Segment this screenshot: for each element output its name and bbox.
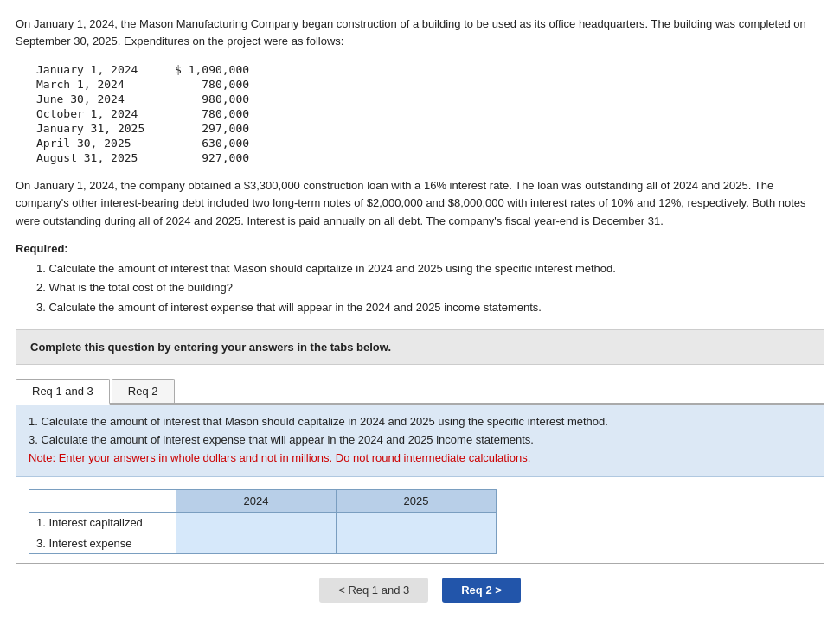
input-2024-0[interactable] bbox=[180, 514, 332, 531]
expenditure-row: January 31, 2025297,000 bbox=[36, 121, 256, 136]
expenditure-row: January 1, 2024$ 1,090,000 bbox=[36, 62, 256, 77]
complete-box: Complete this question by entering your … bbox=[16, 329, 824, 365]
input-2024-1[interactable] bbox=[180, 535, 332, 552]
answer-row: 1. Interest capitalized bbox=[29, 512, 497, 533]
tab-req1and3[interactable]: Req 1 and 3 bbox=[16, 379, 110, 405]
next-button[interactable]: Req 2 > bbox=[442, 578, 521, 603]
expenditure-date: June 30, 2024 bbox=[36, 92, 175, 106]
expenditure-date: January 31, 2025 bbox=[36, 121, 175, 136]
expenditure-date: August 31, 2025 bbox=[36, 150, 175, 165]
expenditure-amount: 980,000 bbox=[175, 92, 256, 106]
expenditure-amount: 297,000 bbox=[175, 121, 256, 136]
expenditure-date: January 1, 2024 bbox=[36, 62, 175, 77]
answer-input-2025-0[interactable] bbox=[337, 512, 497, 533]
expenditure-row: April 30, 2025630,000 bbox=[36, 136, 256, 150]
answer-row-label: 1. Interest capitalized bbox=[29, 512, 176, 533]
expenditure-amount: 927,000 bbox=[175, 150, 256, 165]
answer-input-2024-0[interactable] bbox=[176, 512, 337, 533]
input-2025-0[interactable] bbox=[340, 514, 492, 531]
intro-paragraph: On January 1, 2024, the Mason Manufactur… bbox=[16, 16, 824, 50]
expenditure-amount: 780,000 bbox=[175, 106, 256, 121]
expenditure-date: April 30, 2025 bbox=[36, 136, 175, 150]
tab-content-area: 1. Calculate the amount of interest that… bbox=[16, 405, 824, 563]
col-header-2025: 2025 bbox=[337, 489, 497, 512]
col-header-2024: 2024 bbox=[176, 489, 337, 512]
body-paragraph: On January 1, 2024, the company obtained… bbox=[16, 177, 824, 229]
tab-instruction-note: Note: Enter your answers in whole dollar… bbox=[29, 450, 811, 468]
tab-instruction-line1: 1. Calculate the amount of interest that… bbox=[29, 413, 811, 431]
tab-req2[interactable]: Req 2 bbox=[112, 379, 175, 403]
expenditure-row: March 1, 2024780,000 bbox=[36, 77, 256, 92]
answer-input-2025-1[interactable] bbox=[337, 533, 497, 553]
expenditure-amount: $ 1,090,000 bbox=[175, 62, 256, 77]
expenditure-date: October 1, 2024 bbox=[36, 106, 175, 121]
answer-table-container: 2024 2025 1. Interest capitalized 3. Int… bbox=[16, 477, 824, 563]
input-2025-1[interactable] bbox=[340, 535, 492, 552]
expenditure-date: March 1, 2024 bbox=[36, 77, 175, 92]
expenditure-row: October 1, 2024780,000 bbox=[36, 106, 256, 121]
expenditure-amount: 630,000 bbox=[175, 136, 256, 150]
required-label: Required: bbox=[16, 242, 824, 255]
tabs-container: Req 1 and 3 Req 2 1. Calculate the amoun… bbox=[16, 379, 824, 563]
required-item: 3. Calculate the amount of interest expe… bbox=[36, 299, 824, 316]
answer-input-2024-1[interactable] bbox=[176, 533, 337, 553]
expenditure-row: August 31, 2025927,000 bbox=[36, 150, 256, 165]
tabs-row: Req 1 and 3 Req 2 bbox=[16, 379, 824, 405]
answer-table: 2024 2025 1. Interest capitalized 3. Int… bbox=[29, 489, 497, 554]
expenditure-amount: 780,000 bbox=[175, 77, 256, 92]
required-list: 1. Calculate the amount of interest that… bbox=[16, 260, 824, 316]
required-item: 1. Calculate the amount of interest that… bbox=[36, 260, 824, 278]
prev-button[interactable]: < Req 1 and 3 bbox=[319, 578, 428, 603]
answer-row-label: 3. Interest expense bbox=[29, 533, 176, 553]
nav-buttons: < Req 1 and 3 Req 2 > bbox=[16, 578, 824, 603]
required-section: Required: 1. Calculate the amount of int… bbox=[16, 242, 824, 316]
tab-instructions: 1. Calculate the amount of interest that… bbox=[16, 405, 824, 476]
expenditures-table: January 1, 2024$ 1,090,000March 1, 20247… bbox=[36, 62, 256, 165]
tab-instruction-line2: 3. Calculate the amount of interest expe… bbox=[29, 431, 811, 450]
expenditure-row: June 30, 2024980,000 bbox=[36, 92, 256, 106]
answer-row: 3. Interest expense bbox=[29, 533, 497, 553]
required-item: 2. What is the total cost of the buildin… bbox=[36, 279, 824, 297]
